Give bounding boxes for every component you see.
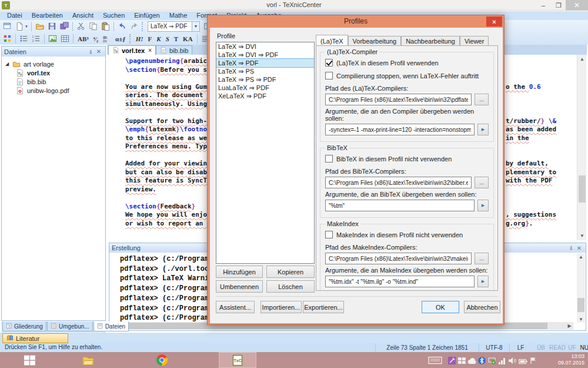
scroll-right-icon[interactable]: ▶ — [566, 322, 573, 330]
scroll-up-icon[interactable]: ▲ — [577, 253, 585, 260]
dialog-tab-latex[interactable]: (La)TeX — [316, 35, 348, 45]
arguments-input[interactable] — [325, 200, 475, 211]
action-flag-icon[interactable] — [530, 356, 536, 367]
close-icon[interactable]: ✕ — [575, 244, 583, 252]
dialog-tab-vorbearbeitung[interactable]: Vorbearbeitung — [348, 36, 402, 45]
smallcaps-button[interactable]: KA — [181, 33, 195, 44]
strike-button[interactable]: S — [163, 33, 172, 44]
profile-list-item[interactable]: LaTeX ⇒ PDF — [216, 59, 314, 67]
pin-icon[interactable]: ⍋ — [567, 244, 575, 252]
browse-button[interactable]: ... — [475, 177, 489, 188]
restore-button[interactable]: ❐ — [552, 0, 566, 11]
menu-item-ansicht[interactable]: Ansicht — [68, 11, 98, 20]
profile-listbox[interactable]: LaTeX ⇒ DVILaTeX ⇒ DVI ⇒ PDFLaTeX ⇒ PDFL… — [216, 42, 315, 264]
path-input[interactable] — [325, 177, 472, 188]
path-input[interactable] — [325, 253, 472, 264]
checkbox[interactable] — [325, 231, 333, 238]
fraction-button[interactable]: ⁴⁄₂ — [91, 33, 101, 44]
dialog-close-button[interactable]: × — [486, 16, 502, 26]
checkbox[interactable] — [325, 155, 333, 163]
add-profile-button[interactable]: Hinzufügen — [216, 266, 263, 278]
arguments-menu-button[interactable]: ▶ — [477, 276, 489, 287]
editor-tab-vorl-tex[interactable]: Txvorl.tex× — [108, 45, 156, 55]
taskbar-clock[interactable]: 13:03 09.07.2015 — [558, 353, 584, 366]
redo-icon[interactable] — [128, 21, 141, 32]
chevron-down-icon[interactable]: ▼ — [192, 21, 200, 32]
typewriter-button[interactable]: T — [172, 33, 181, 44]
windows-defender-icon[interactable] — [458, 356, 466, 367]
expander-icon[interactable]: ◢ — [5, 61, 10, 67]
save-icon[interactable] — [46, 21, 58, 32]
menu-item-einfgen[interactable]: Einfügen — [129, 11, 164, 20]
path-input[interactable] — [325, 94, 472, 105]
accent-chars-icon[interactable]: äbôv — [101, 33, 113, 44]
onedrive-cloud-icon[interactable] — [467, 356, 477, 367]
menu-item-suchen[interactable]: Suchen — [98, 11, 129, 20]
taskbar-explorer-button[interactable] — [74, 352, 103, 368]
tab-literatur[interactable]: Literatur — [2, 333, 68, 343]
copy-profile-button[interactable]: Kopieren — [266, 266, 315, 278]
insert-table-icon[interactable] — [59, 33, 71, 44]
toolbar-grip[interactable] — [142, 22, 145, 31]
profile-list-item[interactable]: LaTeX ⇒ PS — [216, 67, 314, 75]
taskbar-chrome-button[interactable] — [147, 352, 176, 368]
network-check-icon[interactable] — [488, 356, 496, 367]
undo-icon[interactable] — [116, 21, 128, 32]
toolbar-grip[interactable] — [129, 34, 132, 44]
chevron-down-icon[interactable]: ▼ — [25, 25, 28, 28]
dialog-tab-viewer[interactable]: Viewer — [460, 36, 489, 45]
battery-icon[interactable] — [519, 356, 527, 367]
panel-tab-dateien[interactable]: Dateien — [93, 321, 129, 331]
tools-icon[interactable] — [448, 356, 456, 367]
menu-item-mathe[interactable]: Mathe — [165, 11, 192, 20]
profile-list-item[interactable]: LaTeX ⇒ DVI ⇒ PDF — [216, 51, 314, 59]
math-mode-button[interactable]: α±ƒ — [113, 33, 128, 44]
export-button[interactable]: Exportieren... — [303, 301, 344, 313]
profile-list-item[interactable]: XeLaTeX ⇒ PDF — [216, 92, 314, 100]
volume-icon[interactable] — [508, 356, 516, 367]
scroll-down-icon[interactable]: ▼ — [577, 316, 585, 323]
taskbar-texniccenter-button[interactable]: TxC — [219, 352, 256, 368]
cancel-button[interactable]: Abbrechen — [464, 301, 500, 313]
profile-list-item[interactable]: LaTeX ⇒ DVI — [216, 42, 314, 51]
new-project-icon[interactable] — [1, 21, 14, 32]
new-document-icon[interactable] — [14, 21, 26, 32]
build-profile-combo-value[interactable]: LaTeX ⇒ PDF — [148, 21, 192, 32]
checkbox[interactable] — [325, 72, 333, 79]
insert-image-icon[interactable] — [46, 33, 59, 44]
keyboard-icon[interactable] — [428, 356, 442, 367]
format-sparkle-icon[interactable] — [1, 33, 14, 44]
signal-bars-icon[interactable] — [498, 356, 506, 367]
superscript-button[interactable]: AB³ — [75, 33, 91, 44]
tree-item-bib-bib[interactable]: bib.bib — [16, 77, 46, 86]
output-scroll-thumb[interactable] — [577, 298, 584, 312]
pin-icon[interactable]: ⍋ — [86, 48, 95, 56]
dialog-tab-nachbearbeitung[interactable]: Nachbearbeitung — [401, 36, 460, 45]
bluetooth-icon[interactable] — [478, 356, 486, 367]
numbered-list-icon[interactable]: 12 — [30, 33, 42, 44]
panel-tab-umgebun[interactable]: Umgebun... — [47, 321, 93, 331]
rename-profile-button[interactable]: Umbenennen — [216, 280, 263, 293]
build-profile-combo[interactable]: LaTeX ⇒ PDF▼ — [148, 21, 200, 32]
profile-list-item[interactable]: LaTeX ⇒ PS ⇒ PDF — [216, 75, 314, 84]
save-all-icon[interactable] — [58, 21, 71, 32]
checkbox[interactable] — [325, 59, 333, 67]
copy-icon[interactable] — [87, 21, 99, 32]
tree-item-vorl-tex[interactable]: Txvorl.tex — [16, 68, 50, 77]
panel-tab-gliederung[interactable]: Gliederung — [2, 321, 46, 331]
ok-button[interactable]: OK — [422, 301, 459, 313]
arguments-menu-button[interactable]: ▶ — [477, 200, 489, 211]
arguments-menu-button[interactable]: ▶ — [477, 124, 489, 135]
close-tab-icon[interactable]: × — [148, 47, 152, 54]
delete-profile-button[interactable]: Löschen — [266, 280, 315, 293]
scroll-down-icon[interactable]: ▼ — [577, 231, 587, 240]
arguments-input[interactable] — [325, 276, 475, 287]
editor-scroll-thumb[interactable] — [579, 175, 586, 203]
profile-list-item[interactable]: LuaLaTeX ⇒ PDF — [216, 84, 314, 92]
menu-item-datei[interactable]: Datei — [2, 11, 27, 20]
cut-icon[interactable] — [75, 21, 87, 32]
taskbar-start-button[interactable] — [12, 352, 47, 368]
editor-tab-bib-bib[interactable]: bib.bib — [156, 45, 192, 55]
close-icon[interactable]: ✕ — [95, 48, 103, 56]
italic-button[interactable]: K — [154, 33, 163, 44]
